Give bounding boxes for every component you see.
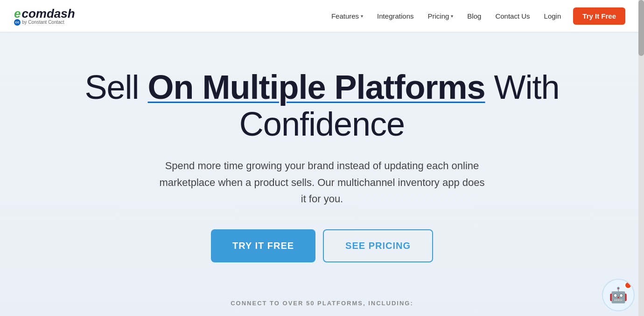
hero-section: Sell On Multiple Platforms With Confiden… [0,32,644,316]
see-pricing-button[interactable]: SEE PRICING [323,229,433,262]
main-nav: Features ▾ Integrations Pricing ▾ Blog C… [326,7,625,25]
logo[interactable]: e comdash cc by Constant Contact [14,7,75,26]
connect-label: CONNECT TO OVER 50 PLATFORMS, INCLUDING: [231,300,413,307]
nav-login[interactable]: Login [539,8,567,24]
features-chevron-icon: ▾ [361,14,363,19]
nav-contact[interactable]: Contact Us [490,8,535,24]
logo-subtitle: cc by Constant Contact [14,19,64,26]
chatbot-notification-dot [624,282,632,289]
header: e comdash cc by Constant Contact Feature… [0,0,644,32]
chatbot-bubble[interactable]: 🤖 [602,279,635,311]
hero-subtitle: Spend more time growing your brand inste… [159,158,485,207]
scrollbar[interactable] [638,0,644,316]
scrollbar-thumb[interactable] [638,0,644,56]
try-it-free-button[interactable]: TRY IT FREE [211,229,315,262]
nav-integrations[interactable]: Integrations [371,8,419,24]
nav-blog[interactable]: Blog [462,8,487,24]
chatbot-widget[interactable]: 🤖 [602,279,635,311]
nav-features[interactable]: Features ▾ [326,8,369,24]
nav-try-free-button[interactable]: Try It Free [573,7,625,25]
hero-title-start: Sell [84,69,147,106]
constant-contact-icon: cc [14,19,21,26]
nav-pricing[interactable]: Pricing ▾ [422,8,459,24]
hero-title-highlight: On Multiple Platforms [148,69,485,106]
robot-icon: 🤖 [609,286,628,304]
hero-cta-group: TRY IT FREE SEE PRICING [211,229,433,262]
pricing-chevron-icon: ▾ [451,14,453,19]
hero-title: Sell On Multiple Platforms With Confiden… [42,69,602,143]
